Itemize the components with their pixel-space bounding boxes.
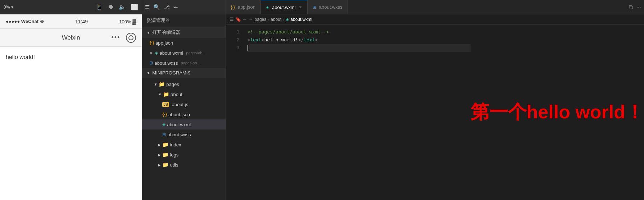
tag-open: < (248, 36, 250, 44)
open-editors-section[interactable]: ▼ 打开的编辑器 (142, 27, 225, 38)
fullscreen-icon[interactable]: ⬜ (131, 4, 138, 10)
file-about-wxss[interactable]: ⊞ about.wxss (142, 129, 225, 140)
annotation-text: 第一个hello world！ (471, 100, 644, 125)
bookmark-icon[interactable]: 🔖 (235, 17, 241, 22)
folder-chevron: ▼ (158, 92, 162, 96)
phone-toolbar: 0% ▾ 📱 ⏺ 🔈 ⬜ (0, 0, 142, 14)
line-num-2: 2 (226, 36, 240, 44)
phone-hello-text: hello world! (6, 54, 35, 60)
tab-about-wxml[interactable]: ◈ about.wxml ✕ (261, 0, 308, 14)
phone-toolbar-icons: 📱 ⏺ 🔈 ⬜ (96, 4, 138, 10)
phone-panel: 0% ▾ 📱 ⏺ 🔈 ⬜ ●●●●● WeChat ⊛ 11:49 100% ▓… (0, 0, 142, 200)
folder-name: pages (166, 82, 179, 87)
code-block: 1 2 3 <!--pages/about/about.wxml--> <tex… (226, 24, 471, 200)
audio-icon[interactable]: 🔈 (119, 4, 126, 10)
folder-utils[interactable]: ▶ 📁 utils (142, 160, 225, 170)
file-about-js[interactable]: JS about.js (142, 99, 225, 109)
folder-icon: 📁 (162, 162, 168, 168)
comment-text: <!--pages/about/about.wxml--> (248, 28, 329, 36)
line-numbers: 1 2 3 (226, 24, 244, 200)
folder-icon: 📁 (159, 81, 165, 87)
forward-nav-icon[interactable]: → (249, 17, 253, 22)
explorer-toolbar: ☰ 🔍 ⎇ ⇤ (142, 0, 225, 14)
cursor (248, 45, 248, 51)
breadcrumb-label: about (271, 17, 281, 22)
code-line-3[interactable] (248, 44, 471, 52)
split-editor-icon[interactable]: ⧉ (629, 4, 633, 10)
folder-about[interactable]: ▼ 📁 about (142, 89, 225, 99)
folder-icon: 📁 (163, 91, 169, 97)
open-file-about-wxml[interactable]: ✕ ◈ about.wxml pages\ab... (142, 48, 225, 58)
project-name: MINIPROGRAM-9 (152, 70, 190, 76)
breadcrumb-about-wxml[interactable]: ◈ about.wxml (286, 17, 312, 22)
phone-battery: 100% ▓ (119, 19, 136, 24)
back-nav-icon[interactable]: ← (242, 17, 247, 22)
file-about-json[interactable]: {·} about.json (142, 109, 225, 119)
folder-icon: 📁 (162, 152, 168, 158)
tab-label: about.wxss (319, 4, 343, 10)
explorer-header-label: 资源管理器 (146, 17, 170, 24)
folder-name: index (170, 142, 181, 147)
editor-tabs: {·} app.json ◈ about.wxml ✕ ⊞ about.wxss… (226, 0, 644, 14)
folder-chevron: ▶ (158, 163, 161, 167)
breadcrumb-about[interactable]: about (271, 17, 281, 22)
breadcrumb-pages[interactable]: pages (255, 17, 267, 22)
breadcrumb-sep-2: › (283, 17, 284, 22)
breadcrumb-label: pages (255, 17, 267, 22)
explorer-header: 资源管理器 (142, 14, 225, 27)
explorer-panel: ☰ 🔍 ⎇ ⇤ 资源管理器 ▼ 打开的编辑器 {·} app.json ✕ ◈ … (142, 0, 226, 200)
breadcrumb-sep-1: › (268, 17, 269, 22)
tag-name-close: text (304, 36, 315, 44)
code-content[interactable]: <!--pages/about/about.wxml--> <text>hell… (244, 24, 471, 200)
open-editors-label: 打开的编辑器 (152, 29, 180, 36)
js-icon: JS (162, 102, 169, 107)
editor-toolbar-actions: ⧉ ··· (626, 0, 644, 14)
open-file-name: about.wxml (159, 50, 183, 56)
editor-breadcrumb: ☰ 🔖 ← → pages › about › ◈ about.wxml (226, 14, 644, 24)
json-icon: {·} (162, 112, 167, 117)
tab-about-wxss[interactable]: ⊞ about.wxss (308, 0, 348, 14)
back-icon[interactable]: ⇤ (173, 4, 178, 10)
phone-content: hello world! (0, 47, 142, 200)
git-icon[interactable]: ⎇ (164, 4, 170, 10)
code-view: 1 2 3 <!--pages/about/about.wxml--> <tex… (226, 24, 471, 200)
phone-time: 11:49 (75, 19, 88, 24)
file-about-wxml[interactable]: ◈ about.wxml (142, 119, 225, 129)
file-path: pages\ab... (186, 51, 205, 55)
phone-screen: ●●●●● WeChat ⊛ 11:49 100% ▓ Weixin ••• h… (0, 14, 142, 200)
open-file-name: app.json (155, 40, 173, 46)
breadcrumb-label: about.wxml (290, 17, 312, 22)
record-icon[interactable]: ⏺ (108, 4, 114, 10)
wxml-icon: ◈ (162, 122, 165, 127)
open-file-app-json[interactable]: {·} app.json (142, 38, 225, 48)
folder-icon: 📁 (162, 142, 168, 147)
tab-label: about.wxml (272, 5, 296, 10)
close-icon[interactable]: ✕ (149, 51, 153, 55)
tab-close-icon[interactable]: ✕ (299, 5, 302, 10)
open-file-about-wxss[interactable]: ⊞ about.wxss pages\ab... (142, 58, 225, 68)
code-line-1: <!--pages/about/about.wxml--> (248, 28, 471, 36)
tab-app-json[interactable]: {·} app.json (226, 0, 261, 14)
phone-nav-title: Weixin (62, 34, 80, 41)
more-actions-icon[interactable]: ··· (636, 4, 641, 10)
phone-icon[interactable]: 📱 (96, 4, 103, 10)
folder-pages[interactable]: ▼ 📁 pages (142, 79, 225, 89)
list-icon[interactable]: ☰ (230, 17, 234, 22)
folder-name: utils (170, 162, 178, 168)
folder-logs[interactable]: ▶ 📁 logs (142, 150, 225, 160)
tag-name: text (250, 36, 261, 44)
project-section[interactable]: ▼ MINIPROGRAM-9 (142, 68, 225, 78)
folder-index[interactable]: ▶ 📁 index (142, 140, 225, 150)
phone-nav-home[interactable] (126, 33, 136, 43)
editor-area: {·} app.json ◈ about.wxml ✕ ⊞ about.wxss… (226, 0, 644, 200)
annotation-area: 第一个hello world！ (471, 24, 644, 200)
hamburger-icon[interactable]: ☰ (145, 4, 150, 10)
wxml-icon: ◈ (286, 17, 289, 22)
project-chevron: ▼ (146, 71, 150, 75)
search-icon[interactable]: 🔍 (153, 4, 160, 10)
wxml-icon: ◈ (155, 50, 158, 55)
folder-name: logs (170, 152, 178, 158)
file-tree: ▼ 📁 pages ▼ 📁 about JS about.js {·} abou… (142, 78, 225, 200)
wxss-icon: ⊞ (162, 132, 166, 137)
phone-nav-dots[interactable]: ••• (112, 34, 121, 41)
